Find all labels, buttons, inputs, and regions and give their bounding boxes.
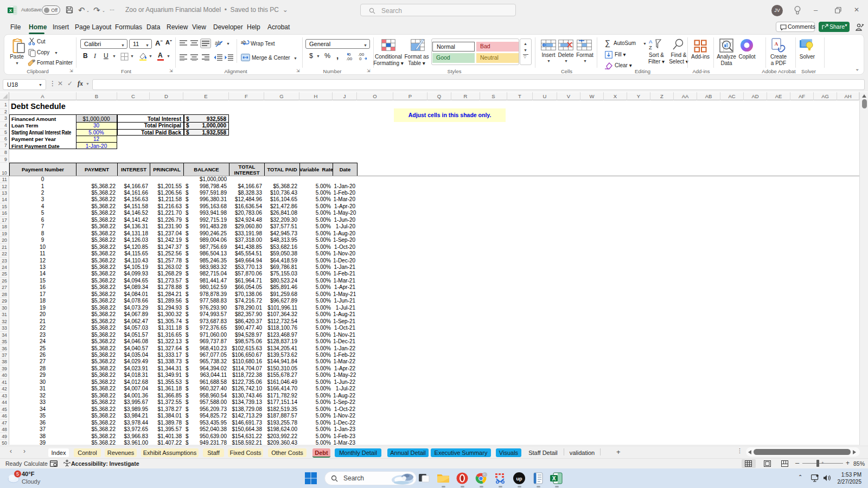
svg-text:5: 5 (16, 471, 19, 477)
svg-text:A: A (649, 38, 653, 44)
svg-text:up: up (516, 476, 522, 481)
svg-text:.00: .00 (346, 56, 353, 61)
svg-text:X: X (9, 8, 12, 13)
svg-text:0: 0 (359, 56, 362, 61)
svg-text:A: A (775, 41, 778, 47)
svg-text:Z: Z (649, 44, 652, 50)
svg-text:X: X (552, 476, 556, 481)
